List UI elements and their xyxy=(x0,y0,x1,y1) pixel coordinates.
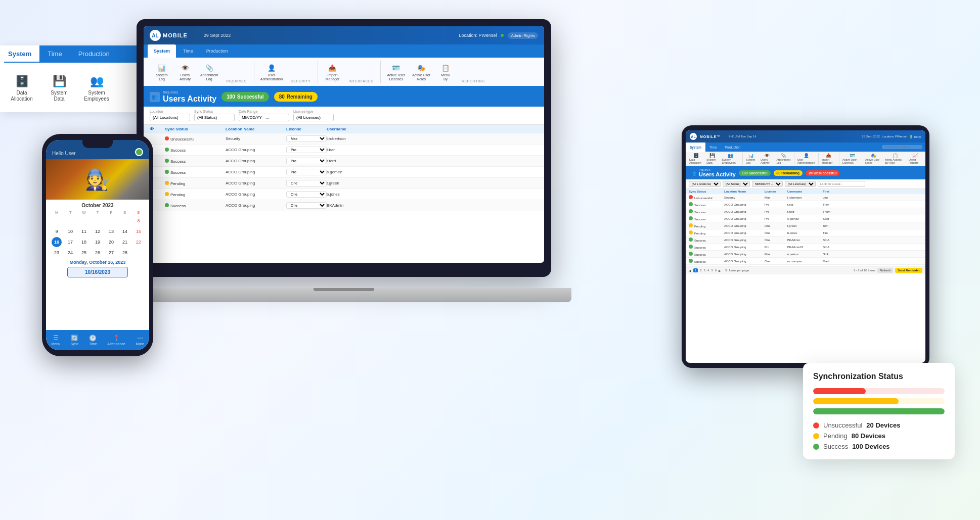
desktop-tab-time[interactable]: Time xyxy=(39,45,70,62)
row-license-select[interactable]: Max xyxy=(286,135,327,142)
cal-day-today[interactable]: 16 xyxy=(52,237,62,247)
cal-day[interactable]: 25 xyxy=(79,248,89,258)
status-dot xyxy=(165,203,169,207)
page-num-2[interactable]: 2 xyxy=(700,269,701,272)
page-num-4[interactable]: 4 xyxy=(707,269,709,272)
tablet-date-select[interactable]: MM/DD/YY ... xyxy=(752,181,783,187)
tablet-menu-system-data[interactable]: 💾 System Data xyxy=(705,153,720,165)
row-location: ACCO Grouping xyxy=(226,148,286,152)
row-license-select[interactable]: Pro xyxy=(286,169,327,175)
cal-day[interactable]: 21 xyxy=(120,237,130,247)
cal-day[interactable]: 19 xyxy=(93,237,103,247)
sync-status-filter-select[interactable]: (All Status) xyxy=(194,114,235,121)
laptop-nav-tab-production[interactable]: Production xyxy=(200,44,234,58)
tablet-license-select[interactable]: (All Licenses) xyxy=(785,181,816,187)
desktop-tab-system[interactable]: System xyxy=(0,45,39,62)
page-num-3[interactable]: 3 xyxy=(704,269,705,272)
laptop-menu-users-activity[interactable]: 👁️ UsersActivity xyxy=(174,61,196,83)
row-license-select[interactable]: One xyxy=(286,191,327,198)
tablet-menu-import[interactable]: 📤 Import Manager xyxy=(820,153,838,165)
cal-day[interactable]: 13 xyxy=(106,226,116,237)
attendance-nav-label: Attendance xyxy=(107,342,125,346)
phone-nav-menu[interactable]: ☰ Menu xyxy=(51,335,60,346)
laptop-menu-import-manager[interactable]: 📤 ImportManager xyxy=(321,61,343,83)
calendar-grid: 8 9 10 11 12 13 14 15 16 17 18 19 20 21 … xyxy=(50,216,145,258)
tablet-location-select[interactable]: (All Locations) xyxy=(689,181,721,187)
cal-day[interactable]: 14 xyxy=(120,226,130,237)
desktop-menu-item-system-employees[interactable]: 👥 SystemEmployees xyxy=(79,71,114,106)
phone-nav-sync[interactable]: 🔄 Sync xyxy=(71,335,79,346)
attendance-icon: 📍 xyxy=(113,335,120,342)
cal-day[interactable]: 20 xyxy=(106,237,116,247)
laptop-menu-menu-by[interactable]: 📋 MenuBy xyxy=(434,61,457,83)
license-type-filter-select[interactable]: (All Licenses) xyxy=(293,114,334,121)
tablet-nav-time[interactable]: Time xyxy=(705,143,721,152)
tablet-user-search[interactable] xyxy=(818,181,865,187)
tablet-menu-active-licenses[interactable]: 🪪 Active User Licenses xyxy=(841,153,863,165)
tablet-status-select[interactable]: (All Status) xyxy=(723,181,750,187)
tablet-nav-production[interactable]: Production xyxy=(721,143,744,152)
desktop-menu-item-system-data[interactable]: 💾 SystemData xyxy=(41,71,77,106)
tablet-menu-user-admin[interactable]: 👤 User Administration xyxy=(796,153,817,165)
cal-day[interactable]: 18 xyxy=(79,237,89,247)
phone-nav-time[interactable]: 🕐 Time xyxy=(89,335,97,346)
page-num-5[interactable]: 5 xyxy=(711,269,712,272)
sdot xyxy=(689,230,693,234)
row-license-select[interactable]: Pro xyxy=(286,147,327,153)
cal-day[interactable]: 15 xyxy=(133,226,144,237)
laptop-menu-attachment-log[interactable]: 📎 AttachmentLog xyxy=(197,61,221,83)
tablet-menu-direct-reports[interactable]: 📈 Direct Reports xyxy=(907,153,923,165)
row-license-select[interactable]: One xyxy=(286,202,327,209)
laptop-menu-system-log[interactable]: 📊 SystemLog xyxy=(151,61,173,83)
status-dot xyxy=(165,192,169,196)
tablet-menu-attachment[interactable]: 📎 Attachment Log xyxy=(775,153,792,165)
laptop-menu-active-roles[interactable]: 🎭 Active UserRoles xyxy=(409,61,433,83)
laptop-nav-tab-time[interactable]: Time xyxy=(177,44,199,58)
cal-day[interactable]: 23 xyxy=(52,248,62,258)
tablet-search-input[interactable] xyxy=(882,145,922,149)
tablet-menu-users-activity[interactable]: 👁️ Users Activity xyxy=(759,153,774,165)
tablet-menu-active-roles[interactable]: 🎭 Active User Roles xyxy=(864,153,883,165)
cal-day[interactable]: 10 xyxy=(65,226,75,237)
cal-day[interactable]: 17 xyxy=(65,237,75,247)
row-license-select[interactable]: One xyxy=(286,180,327,186)
date-range-filter-select[interactable]: MM/DD/YY - ... xyxy=(239,114,289,121)
tablet-date2: 29 Sept 2022 xyxy=(862,135,880,138)
laptop-menu-active-licenses[interactable]: 🪪 Active UserLicenses xyxy=(384,61,408,83)
cal-day[interactable]: 26 xyxy=(93,248,103,258)
tablet-nav-system[interactable]: System xyxy=(686,143,705,152)
send-reminder-button[interactable]: Send Reminder xyxy=(895,268,922,273)
phone-nav-more[interactable]: ⋯ More xyxy=(136,335,144,346)
successful-count: 100 xyxy=(227,94,235,100)
cal-day[interactable]: 8 xyxy=(133,216,144,226)
tablet-menu-data-allocation[interactable]: 🗄️ Data Allocation xyxy=(688,153,704,165)
desktop-menu-item-data-allocation[interactable]: 🗄️ DataAllocation xyxy=(4,71,39,106)
laptop-header: AL MOBILE 29 Sept 2022 Location: PWensel… xyxy=(144,26,544,44)
phone-nav-attendance[interactable]: 📍 Attendance xyxy=(107,335,125,346)
cal-day[interactable]: 24 xyxy=(65,248,75,258)
phone-date-input[interactable] xyxy=(67,267,128,277)
row-status: Success xyxy=(165,148,226,153)
pagination-next[interactable]: ▶ xyxy=(719,269,721,272)
t-user: t.green xyxy=(787,224,823,227)
tablet-menu-sys-employees[interactable]: 👥 System Employees xyxy=(720,153,741,165)
cal-day[interactable]: 22 xyxy=(133,237,144,247)
laptop-nav-tab-system[interactable]: System xyxy=(148,44,176,58)
desktop-tab-production[interactable]: Production xyxy=(70,45,118,62)
laptop-menu-user-admin[interactable]: 👤 UserAdministration xyxy=(257,61,286,83)
page-num-1[interactable]: 1 xyxy=(693,268,698,272)
cal-day[interactable]: 12 xyxy=(93,226,103,237)
tablet-menu-sys-log[interactable]: 📊 System Log xyxy=(744,153,759,165)
row-status: Pending xyxy=(165,192,226,197)
cal-day[interactable]: 28 xyxy=(120,248,130,258)
tablet-menu-menu-access[interactable]: 📋 Menu Access By Role xyxy=(883,153,907,165)
pagination-prev[interactable]: ◀ xyxy=(689,269,691,272)
sdot xyxy=(689,245,693,249)
cal-day[interactable]: 11 xyxy=(79,226,89,237)
refresh-button[interactable]: Refresh xyxy=(877,268,893,273)
row-license-select[interactable]: Pro xyxy=(286,158,327,164)
location-filter-select[interactable]: (All Locations) xyxy=(150,114,190,121)
cal-day[interactable]: 27 xyxy=(106,248,116,258)
page-num-6[interactable]: 6 xyxy=(715,269,717,272)
cal-day[interactable]: 9 xyxy=(52,226,62,237)
